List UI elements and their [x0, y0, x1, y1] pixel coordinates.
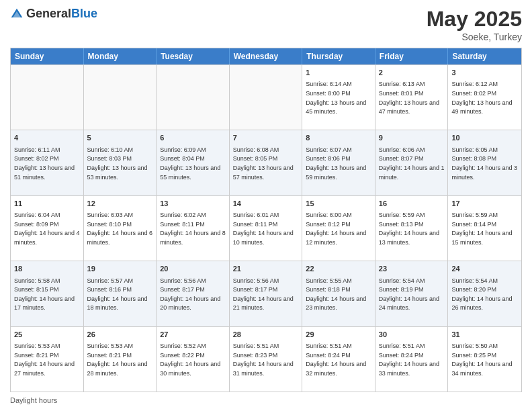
page: GeneralBlue May 2025 Soeke, Turkey Sunda…: [0, 0, 532, 411]
calendar-cell: 30Sunrise: 5:51 AM Sunset: 8:24 PM Dayli…: [375, 327, 449, 392]
header: GeneralBlue May 2025 Soeke, Turkey: [10, 7, 522, 42]
day-number: 1: [306, 68, 371, 78]
calendar-cell: 31Sunrise: 5:50 AM Sunset: 8:25 PM Dayli…: [448, 327, 521, 392]
calendar-row: 1Sunrise: 6:14 AM Sunset: 8:00 PM Daylig…: [11, 64, 521, 130]
day-number: 12: [87, 199, 153, 209]
calendar-cell: 9Sunrise: 6:06 AM Sunset: 8:07 PM Daylig…: [375, 130, 449, 195]
calendar-cell: 16Sunrise: 5:59 AM Sunset: 8:13 PM Dayli…: [375, 196, 449, 261]
day-number: 9: [379, 133, 445, 143]
logo-general: General: [26, 7, 71, 20]
day-info: Sunrise: 5:55 AM Sunset: 8:18 PM Dayligh…: [306, 277, 366, 312]
day-number: 5: [87, 133, 153, 143]
day-number: 2: [379, 68, 445, 78]
day-number: 3: [451, 68, 518, 78]
day-info: Sunrise: 6:01 AM Sunset: 8:11 PM Dayligh…: [233, 212, 294, 246]
calendar-cell: [11, 65, 84, 130]
location-subtitle: Soeke, Turkey: [427, 32, 522, 42]
day-info: Sunrise: 6:06 AM Sunset: 8:07 PM Dayligh…: [379, 146, 445, 181]
title-area: May 2025 Soeke, Turkey: [427, 7, 522, 42]
calendar-cell: 18Sunrise: 5:58 AM Sunset: 8:15 PM Dayli…: [11, 261, 84, 326]
calendar-cell: [157, 65, 230, 130]
day-info: Sunrise: 6:04 AM Sunset: 8:09 PM Dayligh…: [14, 212, 80, 246]
day-number: 29: [306, 330, 371, 340]
day-number: 31: [451, 330, 518, 340]
day-number: 7: [233, 133, 299, 143]
day-info: Sunrise: 5:59 AM Sunset: 8:14 PM Dayligh…: [451, 212, 512, 246]
day-number: 24: [451, 264, 518, 274]
day-info: Sunrise: 6:03 AM Sunset: 8:10 PM Dayligh…: [87, 212, 153, 246]
calendar-header-day: Tuesday: [157, 48, 230, 64]
calendar-cell: 2Sunrise: 6:13 AM Sunset: 8:01 PM Daylig…: [375, 65, 449, 130]
day-number: 27: [160, 330, 226, 340]
calendar-cell: [230, 65, 303, 130]
day-info: Sunrise: 5:53 AM Sunset: 8:21 PM Dayligh…: [87, 342, 148, 377]
calendar-cell: 24Sunrise: 5:54 AM Sunset: 8:20 PM Dayli…: [448, 261, 521, 326]
calendar-cell: 27Sunrise: 5:52 AM Sunset: 8:22 PM Dayli…: [157, 327, 230, 392]
day-number: 28: [233, 330, 299, 340]
calendar-cell: [84, 65, 157, 130]
calendar-cell: 29Sunrise: 5:51 AM Sunset: 8:24 PM Dayli…: [302, 327, 375, 392]
calendar-cell: 6Sunrise: 6:09 AM Sunset: 8:04 PM Daylig…: [157, 130, 230, 195]
day-info: Sunrise: 5:51 AM Sunset: 8:24 PM Dayligh…: [379, 342, 439, 377]
calendar-cell: 12Sunrise: 6:03 AM Sunset: 8:10 PM Dayli…: [84, 196, 157, 261]
day-info: Sunrise: 5:50 AM Sunset: 8:25 PM Dayligh…: [451, 342, 512, 377]
day-info: Sunrise: 6:07 AM Sunset: 8:06 PM Dayligh…: [306, 146, 366, 181]
calendar-cell: 20Sunrise: 5:56 AM Sunset: 8:17 PM Dayli…: [157, 261, 230, 326]
calendar-cell: 26Sunrise: 5:53 AM Sunset: 8:21 PM Dayli…: [84, 327, 157, 392]
day-info: Sunrise: 6:10 AM Sunset: 8:03 PM Dayligh…: [87, 146, 148, 181]
day-number: 15: [306, 199, 371, 209]
calendar-header-day: Saturday: [448, 48, 521, 64]
day-number: 30: [379, 330, 445, 340]
day-info: Sunrise: 6:00 AM Sunset: 8:12 PM Dayligh…: [306, 212, 366, 246]
day-info: Sunrise: 5:53 AM Sunset: 8:21 PM Dayligh…: [14, 342, 75, 377]
calendar-cell: 22Sunrise: 5:55 AM Sunset: 8:18 PM Dayli…: [302, 261, 375, 326]
calendar-cell: 28Sunrise: 5:51 AM Sunset: 8:23 PM Dayli…: [230, 327, 303, 392]
calendar-cell: 25Sunrise: 5:53 AM Sunset: 8:21 PM Dayli…: [11, 327, 84, 392]
calendar-cell: 7Sunrise: 6:08 AM Sunset: 8:05 PM Daylig…: [230, 130, 303, 195]
calendar-header-row: SundayMondayTuesdayWednesdayThursdayFrid…: [11, 48, 521, 64]
day-info: Sunrise: 5:57 AM Sunset: 8:16 PM Dayligh…: [87, 277, 148, 312]
calendar-cell: 15Sunrise: 6:00 AM Sunset: 8:12 PM Dayli…: [302, 196, 375, 261]
day-number: 25: [14, 330, 80, 340]
day-info: Sunrise: 6:14 AM Sunset: 8:00 PM Dayligh…: [306, 81, 366, 115]
calendar-cell: 10Sunrise: 6:05 AM Sunset: 8:08 PM Dayli…: [448, 130, 521, 195]
calendar-cell: 8Sunrise: 6:07 AM Sunset: 8:06 PM Daylig…: [302, 130, 375, 195]
day-number: 13: [160, 199, 226, 209]
day-number: 6: [160, 133, 226, 143]
calendar-cell: 3Sunrise: 6:12 AM Sunset: 8:02 PM Daylig…: [448, 65, 521, 130]
calendar-header-day: Wednesday: [230, 48, 303, 64]
calendar-cell: 19Sunrise: 5:57 AM Sunset: 8:16 PM Dayli…: [84, 261, 157, 326]
day-number: 22: [306, 264, 371, 274]
day-info: Sunrise: 5:56 AM Sunset: 8:17 PM Dayligh…: [233, 277, 294, 312]
calendar-body: 1Sunrise: 6:14 AM Sunset: 8:00 PM Daylig…: [11, 64, 521, 392]
day-info: Sunrise: 5:52 AM Sunset: 8:22 PM Dayligh…: [160, 342, 220, 377]
day-number: 19: [87, 264, 153, 274]
day-number: 21: [233, 264, 299, 274]
calendar-cell: 1Sunrise: 6:14 AM Sunset: 8:00 PM Daylig…: [302, 65, 375, 130]
calendar-cell: 4Sunrise: 6:11 AM Sunset: 8:02 PM Daylig…: [11, 130, 84, 195]
calendar-cell: 11Sunrise: 6:04 AM Sunset: 8:09 PM Dayli…: [11, 196, 84, 261]
calendar-header-day: Sunday: [11, 48, 84, 64]
day-number: 10: [451, 133, 518, 143]
calendar-cell: 21Sunrise: 5:56 AM Sunset: 8:17 PM Dayli…: [230, 261, 303, 326]
footer: Daylight hours: [10, 396, 522, 404]
day-number: 17: [451, 199, 518, 209]
calendar-cell: 17Sunrise: 5:59 AM Sunset: 8:14 PM Dayli…: [448, 196, 521, 261]
calendar-cell: 14Sunrise: 6:01 AM Sunset: 8:11 PM Dayli…: [230, 196, 303, 261]
day-number: 23: [379, 264, 445, 274]
day-info: Sunrise: 5:56 AM Sunset: 8:17 PM Dayligh…: [160, 277, 220, 312]
day-info: Sunrise: 5:54 AM Sunset: 8:20 PM Dayligh…: [451, 277, 512, 312]
calendar-header-day: Monday: [84, 48, 157, 64]
calendar-row: 18Sunrise: 5:58 AM Sunset: 8:15 PM Dayli…: [11, 261, 521, 326]
calendar-row: 11Sunrise: 6:04 AM Sunset: 8:09 PM Dayli…: [11, 195, 521, 261]
calendar-cell: 13Sunrise: 6:02 AM Sunset: 8:11 PM Dayli…: [157, 196, 230, 261]
day-info: Sunrise: 5:51 AM Sunset: 8:24 PM Dayligh…: [306, 342, 366, 377]
day-number: 14: [233, 199, 299, 209]
day-number: 4: [14, 133, 80, 143]
calendar-header-day: Friday: [375, 48, 449, 64]
day-info: Sunrise: 6:08 AM Sunset: 8:05 PM Dayligh…: [233, 146, 294, 181]
day-info: Sunrise: 5:51 AM Sunset: 8:23 PM Dayligh…: [233, 342, 294, 377]
calendar-header-day: Thursday: [302, 48, 375, 64]
logo-icon: [10, 7, 24, 21]
logo: GeneralBlue: [10, 7, 97, 21]
